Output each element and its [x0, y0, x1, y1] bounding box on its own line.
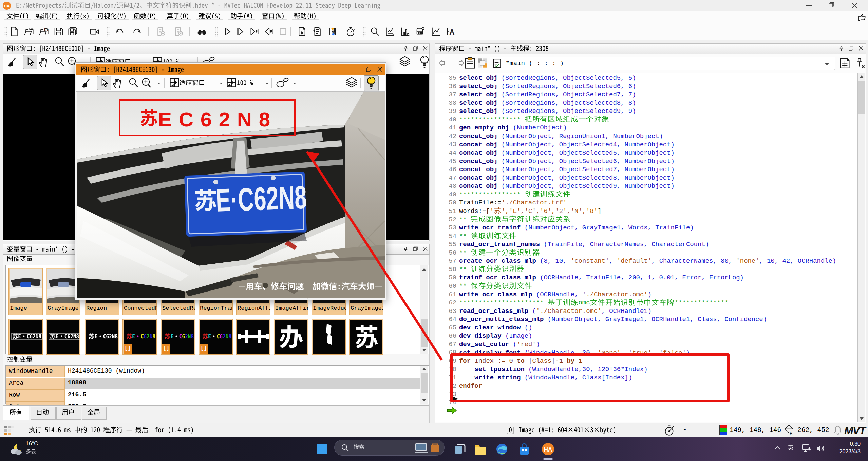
svg-text:R: R — [790, 431, 792, 435]
svg-text:A: A — [449, 28, 454, 36]
svg-text:HA: HA — [544, 446, 552, 453]
svg-text:HA: HA — [4, 4, 10, 8]
svg-text:Ex: Ex — [44, 28, 49, 32]
